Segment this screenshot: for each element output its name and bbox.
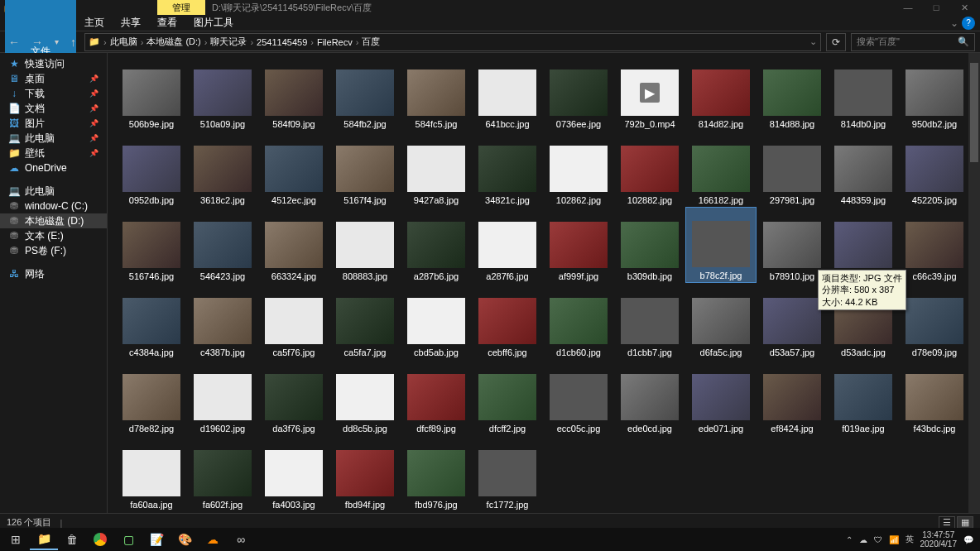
file-item[interactable]: 814d82.jpg (685, 55, 757, 131)
file-item[interactable]: a287f6.jpg (472, 207, 543, 283)
sidebar-drive-f[interactable]: ⛃PS卷 (F:) (0, 243, 107, 258)
ribbon-view[interactable]: 查看 (149, 13, 185, 32)
minimize-button[interactable]: — (894, 0, 922, 15)
sidebar-documents[interactable]: 📄文档📌 (0, 101, 107, 116)
tray-clock[interactable]: 13:47:57 2020/4/17 (920, 530, 958, 549)
tray-chevron-icon[interactable]: ⌃ (846, 535, 853, 544)
crumb-1[interactable]: 本地磁盘 (D:) (143, 36, 204, 48)
file-item[interactable]: fbd94f.jpg (329, 435, 401, 511)
sidebar-thispc[interactable]: 💻此电脑 (0, 184, 107, 199)
file-item[interactable]: 102862.jpg (543, 131, 614, 207)
file-item[interactable]: 808883.jpg (329, 207, 401, 283)
file-item[interactable]: ca5fa7.jpg (329, 283, 401, 359)
file-item[interactable]: 9427a8.jpg (401, 131, 472, 207)
file-item[interactable]: d1cbb7.jpg (614, 283, 685, 359)
file-item[interactable]: c4384a.jpg (116, 283, 187, 359)
file-item[interactable]: d78e09.jpg (899, 283, 970, 359)
file-item[interactable]: 950db2.jpg (899, 55, 970, 131)
sidebar-pictures[interactable]: 🖼图片📌 (0, 116, 107, 131)
crumb-2[interactable]: 聊天记录 (207, 36, 250, 48)
tray-wifi-icon[interactable]: 📶 (889, 535, 899, 544)
file-item[interactable]: 102882.jpg (614, 131, 685, 207)
file-item[interactable]: 814d88.jpg (757, 55, 828, 131)
file-item[interactable]: 297981.jpg (757, 131, 828, 207)
file-item[interactable]: ecc05c.jpg (543, 359, 614, 435)
file-item[interactable]: fbd976.jpg (401, 435, 472, 511)
file-item[interactable]: 506b9e.jpg (116, 55, 187, 131)
nav-up[interactable]: ↑ (67, 36, 79, 49)
nav-forward[interactable]: → (28, 36, 46, 49)
sidebar-network[interactable]: 🖧网络 (0, 266, 107, 281)
file-item[interactable]: f019ae.jpg (828, 359, 899, 435)
file-item[interactable]: fa602f.jpg (187, 435, 258, 511)
file-item[interactable]: 34821c.jpg (472, 131, 543, 207)
crumb-5[interactable]: 百度 (358, 36, 383, 48)
file-item[interactable]: 516746.jpg (116, 207, 187, 283)
file-item[interactable]: d6fa5c.jpg (685, 283, 757, 359)
taskbar-app2[interactable]: ☁ (199, 529, 227, 550)
scrollbar-thumb[interactable] (970, 63, 978, 162)
address-bar[interactable]: 📁 › 此电脑› 本地磁盘 (D:)› 聊天记录› 2541145459› Fi… (84, 33, 821, 51)
file-item[interactable]: 814db0.jpg (828, 55, 899, 131)
file-item[interactable]: 166182.jpg (685, 131, 757, 207)
system-tray[interactable]: ⌃ ☁ 🛡 📶 英 13:47:57 2020/4/17 💬 (846, 530, 979, 549)
file-item[interactable]: 546423.jpg (187, 207, 258, 283)
crumb-0[interactable]: 此电脑 (107, 36, 141, 48)
scrollbar[interactable] (968, 53, 980, 513)
file-item[interactable]: 584fb2.jpg (329, 55, 401, 131)
file-item[interactable]: dfcf89.jpg (401, 359, 472, 435)
taskbar-app3[interactable]: ∞ (227, 529, 255, 550)
sidebar-quick-access[interactable]: ★快速访问 (0, 56, 107, 71)
file-item[interactable]: 792b_0.mp4 (614, 55, 685, 131)
close-button[interactable]: ✕ (950, 0, 978, 15)
crumb-3[interactable]: 2541145459 (253, 37, 310, 47)
taskbar-notepad[interactable]: 📝 (142, 529, 171, 550)
file-item[interactable]: c4387b.jpg (187, 283, 258, 359)
ribbon-picture-tools[interactable]: 图片工具 (185, 13, 242, 32)
file-item[interactable]: a287b6.jpg (401, 207, 472, 283)
sidebar-drive-e[interactable]: ⛃文本 (E:) (0, 228, 107, 243)
address-dropdown-icon[interactable]: ⌄ (809, 36, 817, 47)
file-item[interactable]: cbd5ab.jpg (401, 283, 472, 359)
ribbon-expand-icon[interactable]: ⌄ (950, 17, 958, 29)
file-item[interactable]: ede071.jpg (685, 359, 757, 435)
sidebar-drive-d[interactable]: ⛃本地磁盘 (D:) (0, 213, 107, 228)
file-item[interactable]: dfcff2.jpg (472, 359, 543, 435)
file-item[interactable]: b78c2f.jpg (685, 207, 757, 283)
file-item[interactable]: af999f.jpg (543, 207, 614, 283)
file-item[interactable]: f43bdc.jpg (899, 359, 970, 435)
file-item[interactable]: ede0cd.jpg (614, 359, 685, 435)
taskbar-pycharm[interactable]: ▢ (114, 529, 142, 550)
ribbon-file[interactable]: 文件 (5, 0, 76, 61)
help-icon[interactable]: ? (962, 17, 975, 30)
ribbon-home[interactable]: 主页 (76, 13, 113, 32)
file-item[interactable]: 510a09.jpg (187, 55, 258, 131)
sidebar-onedrive[interactable]: ☁OneDrive (0, 161, 107, 175)
file-item[interactable]: fc1772.jpg (472, 435, 543, 511)
file-item[interactable]: 584f09.jpg (258, 55, 329, 131)
taskbar-chrome[interactable] (86, 529, 114, 550)
file-item[interactable]: ca5f76.jpg (258, 283, 329, 359)
file-item[interactable]: d78e82.jpg (116, 359, 187, 435)
file-item[interactable]: b309db.jpg (614, 207, 685, 283)
maximize-button[interactable]: □ (922, 0, 950, 15)
file-item[interactable]: ef8424.jpg (757, 359, 828, 435)
tray-ime[interactable]: 英 (906, 534, 914, 545)
refresh-button[interactable]: ⟳ (826, 33, 846, 51)
nav-recent[interactable]: ▾ (51, 37, 62, 46)
crumb-4[interactable]: FileRecv (314, 37, 356, 47)
file-item[interactable]: 452205.jpg (899, 131, 970, 207)
file-item[interactable]: fa60aa.jpg (116, 435, 187, 511)
tray-onedrive-icon[interactable]: ☁ (859, 535, 867, 544)
file-item[interactable]: 641bcc.jpg (472, 55, 543, 131)
sidebar-downloads[interactable]: ↓下载📌 (0, 86, 107, 101)
taskbar-recycle[interactable]: 🗑 (58, 529, 86, 550)
file-item[interactable]: 584fc5.jpg (401, 55, 472, 131)
sidebar-desktop[interactable]: 🖥桌面📌 (0, 71, 107, 86)
taskbar-app1[interactable]: 🎨 (171, 529, 199, 550)
file-item[interactable]: dd8c5b.jpg (329, 359, 401, 435)
file-item[interactable]: 5167f4.jpg (329, 131, 401, 207)
tray-security-icon[interactable]: 🛡 (874, 535, 882, 544)
file-item[interactable]: 448359.jpg (828, 131, 899, 207)
file-item[interactable]: 663324.jpg (258, 207, 329, 283)
